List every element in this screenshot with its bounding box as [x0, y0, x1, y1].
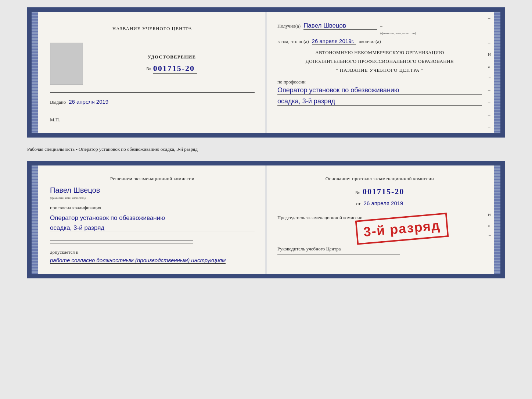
bottom-document: Решением экзаменационной комиссии Павел … — [27, 161, 505, 278]
recipient-name: Павел Швецов — [303, 22, 377, 30]
bottom-doc-right: Основание: протокол экзаменационной коми… — [266, 165, 500, 274]
date-prefix: от — [356, 201, 361, 207]
received-label: Получил(а) — [277, 23, 301, 29]
number-value: 001715-20 — [363, 187, 404, 196]
basis-label: Основание: протокол экзаменационной коми… — [277, 176, 482, 182]
org-name-line: " НАЗВАНИЕ УЧЕБНОГО ЦЕНТРА " — [277, 67, 482, 73]
allowed-value: работе согласно должностным (производств… — [50, 257, 226, 264]
right-deco-bottom: –––– И а ← ––– — [488, 165, 492, 274]
org-line1: АВТОНОМНУЮ НЕКОММЕРЧЕСКУЮ ОРГАНИЗАЦИЮ — [277, 50, 482, 56]
mp-label: М.П. — [50, 117, 60, 122]
cert-number-prefix: № — [146, 66, 151, 72]
top-left-title: НАЗВАНИЕ УЧЕБНОГО ЦЕНТРА — [50, 26, 255, 32]
cert-label: УДОСТОВЕРЕНИЕ — [148, 54, 196, 60]
top-document: НАЗВАНИЕ УЧЕБНОГО ЦЕНТРА УДОСТОВЕРЕНИЕ №… — [27, 7, 505, 138]
rank-value-bottom: осадка, 3-й разряд — [50, 224, 255, 232]
fio-caption-bottom: (фамилия, имя, отчество) — [50, 196, 255, 200]
date-value: 26 апреля 2019 — [364, 200, 403, 206]
in-that-label: в том, что он(а) — [277, 39, 309, 44]
issued-label: Выдано — [50, 99, 66, 105]
org-name: НАЗВАНИЕ УЧЕБНОГО ЦЕНТРА — [340, 67, 420, 73]
issued-date: 26 апреля 2019 — [69, 99, 113, 105]
profession-label: по профессии — [277, 79, 482, 85]
assigned-label: присвоена квалификация — [50, 205, 101, 210]
separator-label: Рабочая специальность - Оператор установ… — [27, 144, 505, 154]
allowed-label: допускается к — [50, 249, 78, 255]
profession-value: Оператор установок по обезвоживанию — [277, 86, 482, 95]
right-deco: ––– И а ← –––– — [488, 12, 492, 133]
cert-number: 001715-20 — [153, 64, 197, 74]
org-quote2: " — [421, 67, 423, 73]
decision-label: Решением экзаменационной комиссии — [50, 176, 255, 182]
number-prefix: № — [355, 190, 360, 196]
top-doc-left: НАЗВАНИЕ УЧЕБНОГО ЦЕНТРА УДОСТОВЕРЕНИЕ №… — [32, 12, 266, 133]
person-name: Павел Швецов — [50, 186, 100, 194]
profession-value-bottom: Оператор установок по обезвоживанию — [50, 214, 255, 222]
photo-placeholder — [50, 43, 83, 85]
chairman-label: Председатель экзаменационной комиссии — [277, 215, 363, 220]
completion-date: 26 апреля 2019г. — [312, 38, 356, 44]
bottom-doc-left: Решением экзаменационной комиссии Павел … — [32, 165, 266, 274]
fio-caption-top: (фамилия, имя, отчество) — [314, 31, 482, 35]
org-quote1: " — [336, 67, 338, 73]
finished-label: окончил(а) — [359, 39, 381, 44]
dash-1: – — [380, 23, 382, 29]
top-doc-right: Получил(а) Павел Швецов – (фамилия, имя,… — [266, 12, 500, 133]
org-line2: ДОПОЛНИТЕЛЬНОГО ПРОФЕССИОНАЛЬНОГО ОБРАЗО… — [277, 58, 482, 64]
director-label: Руководитель учебного Центра — [277, 246, 341, 252]
rank-value-top: осадка, 3-й разряд — [277, 97, 482, 106]
